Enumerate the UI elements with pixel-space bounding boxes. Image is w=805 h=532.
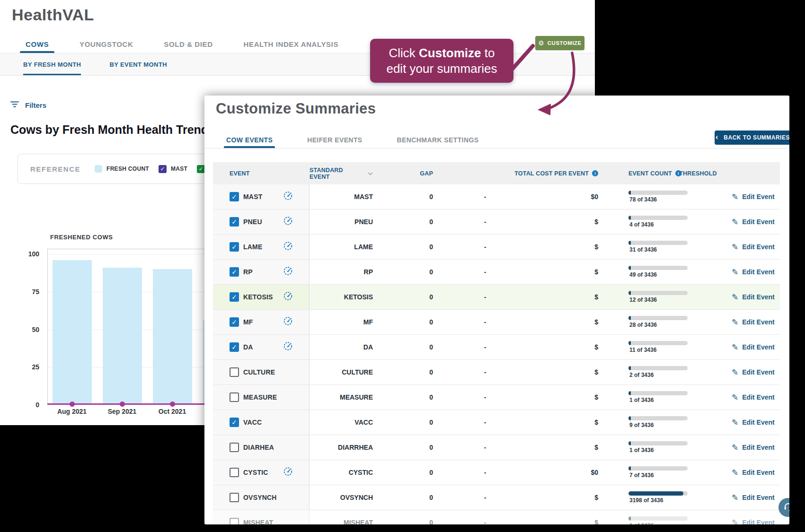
event-checkbox[interactable]: ✓ bbox=[230, 292, 239, 302]
standard-event-value: DIARRHEA bbox=[310, 435, 373, 460]
event-count-text: 12 of 3436 bbox=[629, 297, 657, 303]
info-icon[interactable]: ! bbox=[592, 170, 598, 176]
total-cost-value: $ bbox=[502, 510, 598, 524]
benchmark-gauge-icon[interactable] bbox=[283, 191, 293, 203]
back-to-summaries-button[interactable]: ‹ BACK TO SUMMARIES bbox=[715, 131, 789, 145]
edit-cell: ✎Edit Event bbox=[732, 335, 780, 359]
progress-fill bbox=[628, 191, 631, 195]
event-checkbox[interactable]: ✓ bbox=[230, 217, 239, 227]
edit-event-link[interactable]: ✎Edit Event bbox=[732, 393, 775, 401]
benchmark-gauge-icon[interactable] bbox=[283, 341, 293, 353]
benchmark-gauge-icon[interactable] bbox=[283, 241, 293, 253]
col-header-standard-event[interactable]: STANDARD EVENT bbox=[310, 162, 373, 184]
legend-checkbox[interactable]: ✓ bbox=[159, 165, 167, 173]
edit-event-link[interactable]: ✎Edit Event bbox=[732, 193, 775, 201]
total-cost-value: $ bbox=[502, 360, 598, 384]
event-count-text: 1 of 3436 bbox=[629, 447, 654, 454]
event-count-text: 7 of 3436 bbox=[629, 472, 654, 479]
benchmark-gauge-icon[interactable] bbox=[283, 316, 293, 328]
edit-event-link[interactable]: ✎Edit Event bbox=[732, 343, 775, 351]
event-count-bar: 1 of 3436 bbox=[628, 510, 688, 524]
total-cost-value: $ bbox=[502, 235, 598, 259]
events-table-header: EVENT STANDARD EVENT GAP THRESHOLD TOTAL… bbox=[213, 162, 780, 184]
gap-value: 0 bbox=[379, 410, 433, 435]
y-axis-tick: 75 bbox=[16, 288, 39, 296]
chevron-down-icon bbox=[368, 171, 373, 176]
event-checkbox[interactable]: ✓ bbox=[230, 192, 239, 201]
event-count-bar: 31 of 3436 bbox=[628, 235, 688, 259]
event-checkbox[interactable] bbox=[230, 493, 239, 502]
edit-event-link[interactable]: ✎Edit Event bbox=[732, 494, 775, 502]
standard-event-value: DA bbox=[310, 335, 373, 359]
subtab-by-fresh-month[interactable]: BY FRESH MONTH bbox=[23, 53, 81, 75]
tab-health-index-analysis[interactable]: HEALTH INDEX ANALYSIS bbox=[238, 35, 344, 53]
event-count-bar: 1 of 3436 bbox=[628, 385, 688, 410]
edit-event-label: Edit Event bbox=[742, 293, 774, 301]
edit-event-link[interactable]: ✎Edit Event bbox=[732, 519, 775, 525]
edit-cell: ✎Edit Event bbox=[732, 460, 780, 485]
event-count-text: 2 of 3436 bbox=[629, 372, 654, 378]
edit-event-link[interactable]: ✎Edit Event bbox=[732, 293, 775, 301]
customize-button[interactable]: ⚙ CUSTOMIZE bbox=[535, 36, 584, 50]
tab-sold-died[interactable]: SOLD & DIED bbox=[158, 35, 218, 53]
x-axis-label: Aug 2021 bbox=[51, 408, 93, 415]
edit-event-link[interactable]: ✎Edit Event bbox=[732, 469, 775, 477]
edit-event-link[interactable]: ✎Edit Event bbox=[732, 268, 775, 276]
standard-event-value: PNEU bbox=[310, 209, 373, 234]
event-checkbox[interactable]: ✓ bbox=[230, 267, 239, 277]
event-checkbox[interactable]: ✓ bbox=[230, 317, 239, 327]
table-row: ✓KETOSISKETOSIS0-$12 of 3436✎Edit Event bbox=[213, 285, 780, 310]
benchmark-gauge-icon[interactable] bbox=[283, 266, 293, 278]
help-chat-button[interactable] bbox=[778, 498, 789, 517]
event-checkbox[interactable] bbox=[230, 443, 239, 452]
edit-event-label: Edit Event bbox=[742, 393, 774, 401]
edit-event-link[interactable]: ✎Edit Event bbox=[732, 243, 775, 251]
event-cell: ✓PNEU bbox=[213, 209, 310, 234]
subtab-by-event-month[interactable]: BY EVENT MONTH bbox=[109, 53, 167, 75]
standard-event-value: VACC bbox=[310, 410, 373, 435]
pencil-icon: ✎ bbox=[732, 444, 738, 452]
event-cell: CYSTIC bbox=[213, 460, 310, 485]
event-checkbox[interactable] bbox=[230, 468, 239, 477]
progress-fill bbox=[628, 391, 631, 395]
benchmark-gauge-icon[interactable] bbox=[283, 216, 293, 228]
total-cost-value: $ bbox=[502, 260, 598, 284]
edit-event-link[interactable]: ✎Edit Event bbox=[732, 318, 775, 326]
progress-track bbox=[628, 391, 688, 395]
event-checkbox[interactable]: ✓ bbox=[230, 418, 239, 427]
gap-value: 0 bbox=[379, 184, 433, 209]
edit-event-link[interactable]: ✎Edit Event bbox=[732, 368, 775, 376]
event-label: LAME bbox=[243, 243, 262, 251]
tab-cows[interactable]: COWS bbox=[20, 35, 54, 53]
info-icon[interactable]: ! bbox=[675, 170, 681, 176]
pencil-icon: ✎ bbox=[732, 268, 738, 276]
edit-event-link[interactable]: ✎Edit Event bbox=[732, 419, 775, 427]
total-cost-value: $ bbox=[502, 209, 598, 234]
gear-icon: ⚙ bbox=[538, 40, 544, 46]
modal-tab-heifer-events[interactable]: HEIFER EVENTS bbox=[305, 131, 364, 148]
legend-checkbox[interactable]: ✓ bbox=[197, 165, 205, 173]
event-checkbox[interactable]: ✓ bbox=[230, 342, 239, 352]
filters-toggle[interactable]: Filters bbox=[10, 101, 46, 110]
benchmark-gauge-icon[interactable] bbox=[283, 291, 293, 303]
table-row: MISHEATMISHEAT0-$1 of 3436✎Edit Event bbox=[213, 510, 780, 524]
edit-event-link[interactable]: ✎Edit Event bbox=[732, 218, 775, 226]
standard-event-value: KETOSIS bbox=[310, 285, 373, 309]
tab-youngstock[interactable]: YOUNGSTOCK bbox=[74, 35, 139, 53]
benchmark-gauge-icon[interactable] bbox=[283, 467, 293, 479]
bar bbox=[153, 269, 192, 405]
event-checkbox[interactable] bbox=[230, 518, 239, 524]
event-checkbox[interactable] bbox=[230, 392, 239, 402]
event-count-bar: 12 of 3436 bbox=[628, 285, 688, 309]
progress-track bbox=[628, 266, 688, 270]
modal-tab-benchmark-settings[interactable]: BENCHMARK SETTINGS bbox=[395, 131, 481, 148]
progress-track bbox=[628, 316, 688, 320]
edit-event-link[interactable]: ✎Edit Event bbox=[732, 444, 775, 452]
edit-event-label: Edit Event bbox=[742, 243, 774, 251]
event-checkbox[interactable]: ✓ bbox=[230, 242, 239, 252]
back-button-label: BACK TO SUMMARIES bbox=[724, 134, 789, 141]
total-cost-value: $ bbox=[502, 435, 598, 460]
modal-tab-cow-events[interactable]: COW EVENTS bbox=[224, 131, 275, 148]
event-checkbox[interactable] bbox=[230, 367, 239, 377]
event-count-cell: 1 of 3436 bbox=[628, 510, 695, 524]
